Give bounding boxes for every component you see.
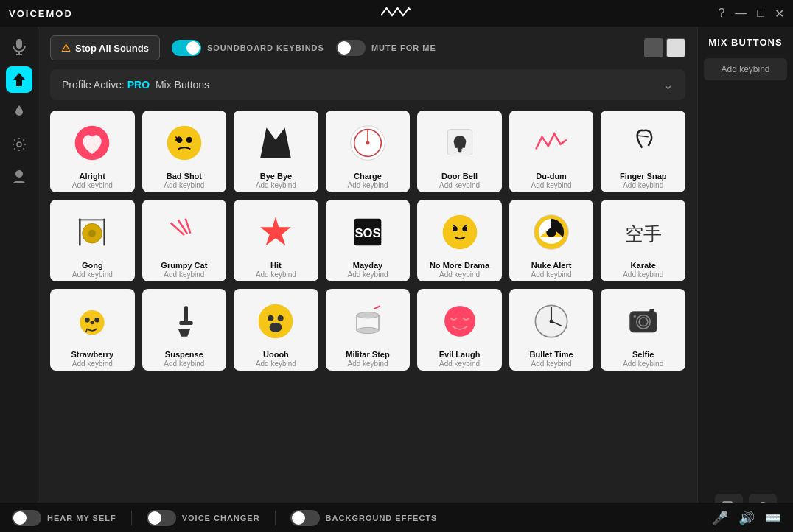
sound-card-finger-snap[interactable]: Finger SnapAdd keybind [601,111,685,192]
sound-card-bye-bye[interactable]: Bye ByeAdd keybind [234,111,318,192]
titlebar: VOICEMOD ? — □ ✕ [0,0,793,27]
add-keybind-label[interactable]: Add keybind [623,360,663,368]
sound-icon [66,295,119,348]
sound-card-hit[interactable]: HitAdd keybind [234,200,318,281]
soundboard-keybinds-toggle[interactable] [172,40,201,56]
sound-card-evil-laugh[interactable]: Evil LaughAdd keybind [417,289,502,371]
mute-for-me-toggle[interactable] [336,40,366,56]
sidebar-item-user[interactable] [6,164,32,190]
add-keybind-label[interactable]: Add keybind [623,270,663,279]
add-keybind-label[interactable]: Add keybind [164,181,204,189]
svg-point-9 [186,137,192,143]
add-keybind-label[interactable]: Add keybind [531,181,572,189]
svg-point-47 [270,323,282,332]
sidebar-item-mic[interactable] [6,34,32,60]
sound-name: Mayday [353,261,382,270]
sound-card-nuke-alert[interactable]: Nuke AlertAdd keybind [509,200,594,281]
background-effects-label: BACKGROUND EFFECTS [326,514,438,522]
sound-card-mayday[interactable]: SOSMaydayAdd keybind [326,200,411,281]
sound-icon: SOS [341,206,394,259]
svg-line-52 [374,306,380,309]
sound-card-charge[interactable]: ChargeAdd keybind [326,111,411,192]
sound-card-bullet-time[interactable]: Bullet TimeAdd keybind [509,289,594,371]
add-keybind-label[interactable]: Add keybind [164,270,204,279]
help-icon[interactable]: ? [718,7,724,20]
add-keybind-label[interactable]: Add keybind [531,360,572,368]
sound-card-du-dum[interactable]: Du-dumAdd keybind [509,111,594,192]
svg-point-5 [15,170,23,178]
sound-card-uoooh[interactable]: UooohAdd keybind [234,289,318,371]
sound-card-militar-step[interactable]: Militar StepAdd keybind [326,289,411,371]
sound-name: Selfie [632,350,654,359]
add-keybind-label[interactable]: Add keybind [256,270,296,279]
stop-all-label: Stop All Sounds [75,43,149,54]
sound-card-selfie[interactable]: SelfieAdd keybind [601,289,685,371]
sound-name: Finger Snap [620,172,667,181]
sound-card-alright[interactable]: AlrightAdd keybind [50,111,135,192]
microphone-icon[interactable]: 🎤 [712,510,728,526]
sound-card-no-more-drama[interactable]: No More DramaAdd keybind [417,200,502,281]
add-keybind-label[interactable]: Add keybind [439,270,480,279]
sound-name: Suspense [165,350,203,359]
add-keybind-label[interactable]: Add keybind [531,270,572,279]
sound-name: Bye Bye [260,172,292,181]
svg-point-30 [442,215,477,250]
grid-view-button[interactable] [644,38,663,57]
app-layout: ▶▶ ⚠ Stop All Sounds SOUNDBOARD KEYBINDS… [0,27,793,532]
soundboard-keybinds-toggle-group: SOUNDBOARD KEYBINDS [172,40,324,56]
mute-for-me-toggle-group: MUTE FOR ME [336,40,436,56]
sound-name: Charge [354,172,382,181]
sidebar-item-settings[interactable] [6,131,32,158]
sound-name: Karate [631,261,656,270]
svg-point-56 [550,320,553,323]
add-keybind-label[interactable]: Add keybind [164,360,204,368]
list-view-button[interactable] [666,38,685,57]
right-panel: MIX BUTTONS Add keybind [697,27,793,532]
add-keybind-button[interactable]: Add keybind [704,58,787,80]
add-keybind-label[interactable]: Add keybind [72,181,113,189]
sound-name: Gong [82,261,103,270]
sound-icon [433,295,486,348]
sound-card-suspense[interactable]: SuspenseAdd keybind [142,289,227,371]
sound-card-karate[interactable]: 空手KarateAdd keybind [601,200,685,281]
minimize-icon[interactable]: — [735,7,747,20]
keyboard-icon[interactable]: ⌨️ [765,510,781,526]
sound-card-strawberry[interactable]: StrawberryAdd keybind [50,289,135,371]
profile-bar[interactable]: Profile Active: PRO Mix Buttons ⌄ [50,69,685,100]
svg-point-32 [462,227,467,232]
svg-point-51 [357,327,379,333]
sidebar-item-soundboard[interactable] [6,66,32,93]
sound-name: Bullet Time [530,350,573,359]
sound-card-grumpy-cat[interactable]: Grumpy CatAdd keybind [142,200,227,281]
sound-card-gong[interactable]: GongAdd keybind [50,200,135,281]
sound-name: Nuke Alert [531,261,572,270]
add-keybind-label[interactable]: Add keybind [623,181,663,189]
mute-for-me-label: MUTE FOR ME [371,43,436,52]
sound-grid: AlrightAdd keybindBad ShotAdd keybindBye… [50,111,685,371]
toolbar: ⚠ Stop All Sounds SOUNDBOARD KEYBINDS MU… [50,35,685,60]
sound-card-bad-shot[interactable]: Bad ShotAdd keybind [142,111,227,192]
hear-myself-label: HEAR MY SELF [47,514,116,522]
stop-all-sounds-button[interactable]: ⚠ Stop All Sounds [50,35,160,60]
sound-name: Evil Laugh [439,350,481,359]
background-effects-toggle[interactable] [290,510,320,526]
add-keybind-label[interactable]: Add keybind [347,360,388,368]
bottom-bar: HEAR MY SELF VOICE CHANGER BACKGROUND EF… [0,503,793,532]
add-keybind-label[interactable]: Add keybind [347,181,388,189]
add-keybind-label[interactable]: Add keybind [256,181,296,189]
add-keybind-label[interactable]: Add keybind [72,270,113,279]
sidebar-item-effects[interactable] [6,99,32,125]
add-keybind-label[interactable]: Add keybind [72,360,113,368]
soundboard-keybinds-label: SOUNDBOARD KEYBINDS [207,43,324,52]
maximize-icon[interactable]: □ [757,7,764,20]
add-keybind-label[interactable]: Add keybind [439,360,480,368]
sound-card-door-bell[interactable]: Door BellAdd keybind [417,111,502,192]
add-keybind-label[interactable]: Add keybind [347,270,388,279]
add-keybind-label[interactable]: Add keybind [439,181,480,189]
close-icon[interactable]: ✕ [775,7,784,21]
sound-name: Strawberry [71,350,113,359]
hear-myself-toggle[interactable] [12,510,41,526]
add-keybind-label[interactable]: Add keybind [256,360,296,368]
voice-changer-toggle[interactable] [147,510,176,526]
volume-icon[interactable]: 🔊 [738,510,755,526]
